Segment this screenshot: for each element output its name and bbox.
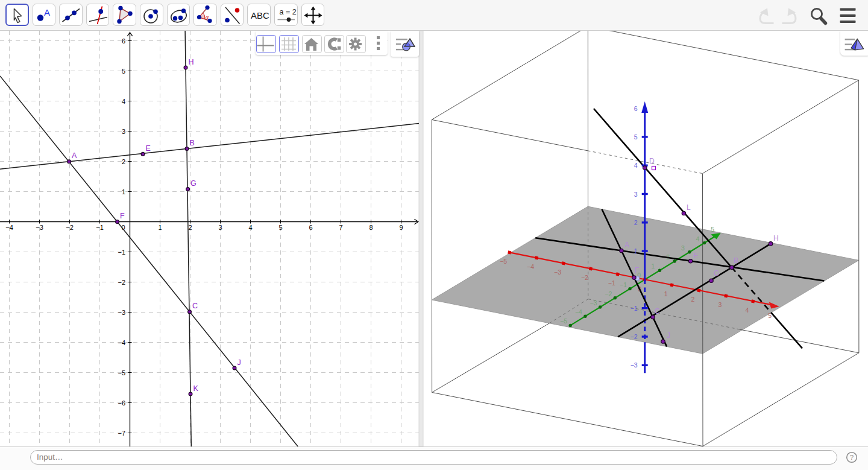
svg-text:E: E [146,144,151,153]
svg-text:−3: −3 [36,224,43,231]
svg-text:1: 1 [122,188,125,195]
svg-text:−1: −1 [96,224,104,231]
svg-text:−4: −4 [527,263,534,270]
svg-text:B: B [734,256,738,265]
svg-text:−6: −6 [118,399,125,407]
svg-text:5: 5 [278,224,282,231]
svg-text:A: A [624,241,629,249]
svg-text:ABC: ABC [251,10,269,21]
svg-text:1: 1 [664,290,668,297]
svg-text:−2: −2 [66,224,74,231]
svg-text:6: 6 [309,224,312,231]
svg-text:2: 2 [122,158,125,165]
svg-text:3: 3 [218,224,222,231]
svg-text:8: 8 [369,224,373,231]
svg-text:4: 4 [248,224,252,231]
svg-text:A: A [44,7,50,17]
svg-text:5: 5 [634,133,638,141]
svg-text:K: K [193,384,199,393]
svg-text:4: 4 [696,235,700,243]
svg-text:A: A [72,151,77,160]
svg-text:−2: −2 [631,333,638,340]
svg-text:−1: −1 [608,279,615,287]
svg-text:−1: −1 [631,305,638,312]
svg-text:C: C [655,307,660,316]
svg-text:−4: −4 [5,224,13,231]
svg-text:−7: −7 [118,430,125,437]
svg-text:−3: −3 [554,268,561,276]
svg-text:?: ? [850,454,854,461]
svg-text:6: 6 [634,105,638,112]
svg-text:J: J [237,358,241,367]
svg-text:−2: −2 [118,279,125,286]
svg-text:−4: −4 [118,339,125,346]
svg-text:J: J [667,331,670,340]
svg-text:−5: −5 [560,317,567,325]
svg-text:5: 5 [711,226,714,233]
svg-text:6: 6 [122,37,125,45]
svg-text:−3: −3 [631,361,638,369]
svg-text:C: C [192,302,198,310]
svg-text:3: 3 [718,301,722,308]
svg-text:−2: −2 [581,274,588,281]
svg-text:G: G [714,269,719,278]
svg-text:E: E [693,252,698,260]
svg-text:2: 2 [634,219,638,226]
svg-text:2: 2 [691,296,695,303]
svg-text:7: 7 [339,224,342,231]
svg-text:−3: −3 [590,299,597,306]
svg-text:3: 3 [681,244,685,252]
svg-text:−1: −1 [620,281,627,288]
svg-text:L: L [687,203,691,212]
svg-text:H: H [189,58,194,66]
svg-text:D: D [649,157,655,165]
svg-text:9: 9 [399,224,403,231]
svg-text:1: 1 [158,224,162,231]
svg-text:H: H [773,234,779,243]
svg-text:−3: −3 [118,309,125,316]
svg-text:F: F [635,266,639,275]
svg-text:−4: −4 [575,308,582,316]
svg-text:4: 4 [122,98,125,105]
svg-text:−5: −5 [500,258,507,265]
svg-text:B: B [190,139,195,147]
svg-text:a = 2: a = 2 [280,8,297,16]
svg-text:3: 3 [634,191,638,198]
svg-text:5: 5 [122,68,125,75]
svg-text:4: 4 [634,162,638,169]
svg-text:−5: −5 [118,369,125,376]
svg-text:F: F [120,212,125,220]
svg-text:4: 4 [745,306,749,314]
svg-text:3: 3 [122,128,125,135]
svg-text:2: 2 [188,224,192,231]
svg-text:G: G [190,179,197,188]
svg-text:−2: −2 [605,290,612,297]
svg-text:1: 1 [651,262,655,270]
svg-text:α: α [206,14,209,21]
svg-text:−1: −1 [118,249,125,256]
svg-text:1: 1 [634,247,638,255]
